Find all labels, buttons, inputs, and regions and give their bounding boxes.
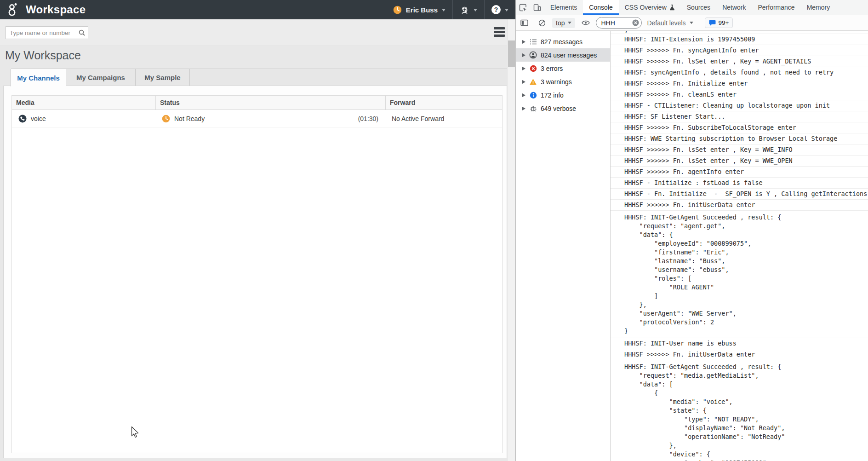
header-menus: Eric Buss ? [386,0,515,19]
console-message: HHHSF >>>>>> Fn. Initialize enter [611,78,868,89]
console-message-text: HHHSF: WWE Starting subscription to Brow… [624,135,837,142]
disclosure-triangle-icon[interactable] [522,53,525,57]
disclosure-triangle-icon[interactable] [522,40,525,44]
console-message-text: HHHSF - Initialize : fstLoad is false [624,179,763,186]
help-icon: ? [491,5,501,14]
tab-my-sample[interactable]: My Sample [136,69,190,86]
console-message: HHHSF - CTIListener: Cleaning up localst… [611,100,868,111]
console-filter-3-errors[interactable]: 3 errors [516,62,610,75]
console-filter-649-verbose[interactable]: 649 verbose [516,102,610,115]
console-filter-3-warnings[interactable]: 3 warnings [516,75,610,88]
console-message: HHHSF - Fn. Initialize - SF_OPEN is Y , … [611,189,868,200]
console-toolbar: top Default levels 99+ [516,15,868,31]
warning-icon [529,78,537,86]
console-message-text: HHHSF >>>>>> Fn. SubscribeToLocalStorage… [624,124,796,131]
console-message-text: HHHSF - CTIListener: Cleaning up localst… [624,102,830,109]
clear-filter-icon[interactable] [632,19,639,26]
console-message-object[interactable]: HHHSF: INIT-GetAgent Succeeded , result:… [611,360,868,461]
agent-status-menu[interactable]: Eric Buss [386,0,452,19]
devtools-tab-label: Network [722,4,746,11]
devtools-tab-performance[interactable]: Performance [752,0,800,15]
column-header-status[interactable]: Status [155,96,385,109]
voice-media-icon [18,115,27,123]
console-message-text: HHHSF >>>>>> Fn. cleanLS enter [624,91,737,98]
genesys-logo-icon [6,2,20,17]
chevron-down-icon [568,22,571,26]
channels-table: Media Status Forward voiceNot Ready(01:3… [11,95,503,453]
console-message-text: HHHSF >>>>>> Fn. initUserData enter [624,201,755,208]
devtools-tab-elements[interactable]: Elements [544,0,583,15]
console-body: 827 messages824 user messages3 errors3 w… [516,31,868,461]
console-message: , [611,31,868,34]
list-icon [529,38,537,46]
disclosure-triangle-icon[interactable] [522,107,525,110]
console-output: ,HHHSF: INIT-Extension is 1997455009HHHS… [611,31,868,461]
inspect-element-icon[interactable] [516,0,530,15]
issues-count: 99+ [719,19,729,26]
console-message-text: HHHSF >>>>>> Fn. Initialize enter [624,80,748,87]
console-message: HHHSF - Initialize : fstLoad is false [611,178,868,189]
chevron-down-icon [505,9,508,13]
workspace-tabs: My ChannelsMy CampaignsMy Sample [11,69,507,86]
devtools-tab-network[interactable]: Network [716,0,752,15]
search-icon [79,29,85,36]
app-title: Workspace [26,3,86,16]
console-message-text: HHHSF >>>>>> Fn. agentInfo enter [624,168,744,175]
console-message-text: HHHSF: INIT-Extension is 1997455009 [624,35,755,43]
disclosure-triangle-icon[interactable] [522,93,525,97]
help-menu[interactable]: ? [484,0,515,19]
console-message: HHHSF >>>>>> Fn. initUserData enter [611,200,868,211]
issues-bubble-icon [709,20,716,26]
scrollbar-thumb[interactable] [508,40,515,67]
channels-table-header: Media Status Forward [12,96,502,110]
channel-headset-menu[interactable] [452,0,484,19]
disclosure-triangle-icon[interactable] [522,80,525,84]
console-message-text: , [624,31,866,34]
media-name: voice [31,115,46,122]
live-expression-eye-icon[interactable] [578,20,593,26]
channels-table-body: voiceNot Ready(01:30)No Active Forward [12,110,502,127]
clear-console-icon[interactable] [535,19,549,27]
sidebar-item-label: 649 verbose [541,105,576,112]
column-header-forward[interactable]: Forward [385,96,502,109]
console-message-text: HHHSF >>>>>> Fn. lsSet enter , Key = WWE… [624,157,793,164]
devtools-tab-css-overview[interactable]: CSS Overview [619,0,681,15]
javascript-context-selector[interactable]: top [552,18,575,28]
sidebar-item-label: 3 errors [541,65,563,72]
column-header-media[interactable]: Media [12,96,155,109]
console-sidebar: 827 messages824 user messages3 errors3 w… [516,31,611,461]
console-object-text: HHHSF: INIT-GetAgent Succeeded , result:… [624,363,866,461]
tab-my-channels[interactable]: My Channels [11,69,66,86]
disclosure-triangle-icon[interactable] [522,67,525,70]
sidebar-item-label: 827 messages [541,38,582,46]
page-scrollbar[interactable] [507,19,515,461]
not-ready-clock-icon [393,6,402,14]
console-message-text: HHHSF >>>>>> Fn. lsSet enter , Key = AGE… [624,58,811,65]
console-message-text: HHHSF >>>>>> Fn. lsSet enter , Key = WWE… [624,146,793,153]
filter-input[interactable] [601,19,628,27]
console-message: HHHSF: INIT-Extension is 1997455009 [611,34,868,45]
channel-row-voice[interactable]: voiceNot Ready(01:30)No Active Forward [12,110,502,127]
console-object-text: HHHSF: INIT-GetAgent Succeeded , result:… [624,213,866,335]
console-message: HHHSF >>>>>> Fn. lsSet enter , Key = WWE… [611,144,868,156]
issues-counter[interactable]: 99+ [705,17,733,28]
menu-icon[interactable] [494,27,505,38]
search-input[interactable] [6,29,79,36]
devtools-tab-label: Performance [758,4,794,11]
devtools-tab-label: Memory [807,4,830,11]
console-filter-827-messages[interactable]: 827 messages [516,35,610,48]
devtools-tab-memory[interactable]: Memory [801,0,836,15]
console-filter-172-info[interactable]: 172 info [516,88,610,102]
chevron-down-icon [474,9,477,13]
console-filter-824-user-messages[interactable]: 824 user messages [516,48,610,62]
tab-my-campaigns[interactable]: My Campaigns [66,69,136,86]
console-message: HHHSF >>>>>> Fn. cleanLS enter [611,89,868,100]
devtools-tab-sources[interactable]: Sources [681,0,716,15]
device-toolbar-icon[interactable] [530,0,544,15]
console-message-object[interactable]: HHHSF: INIT-GetAgent Succeeded , result:… [611,211,868,338]
devtools-tab-console[interactable]: Console [583,0,618,15]
console-sidebar-toggle-icon[interactable] [517,19,531,26]
log-levels-dropdown[interactable]: Default levels [645,19,695,27]
devtools-tabbar: ElementsConsoleCSS OverviewSourcesNetwor… [516,0,868,15]
console-message-text: HHHSF: INIT-User name is ebuss [624,340,737,347]
